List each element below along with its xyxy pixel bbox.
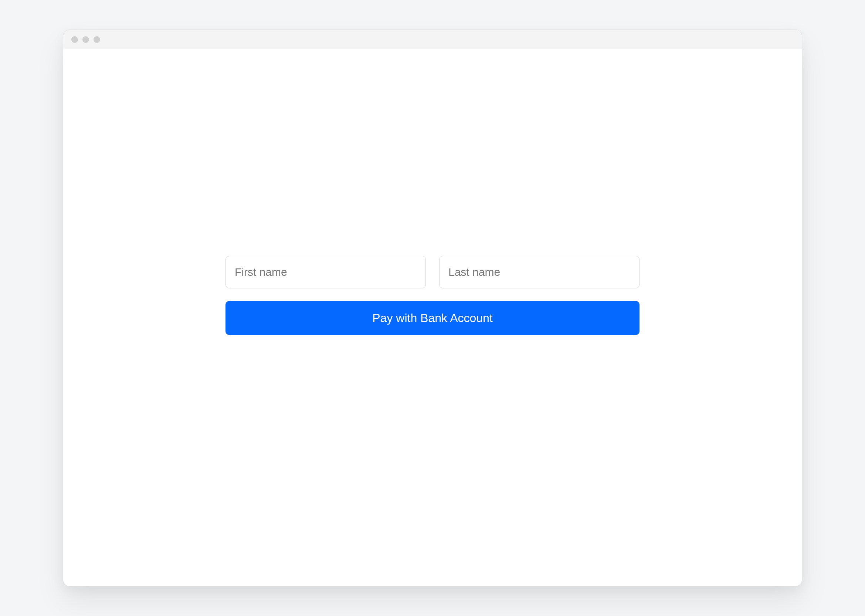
first-name-input[interactable] (226, 256, 426, 288)
pay-with-bank-button[interactable]: Pay with Bank Account (226, 301, 639, 335)
browser-window: Pay with Bank Account (63, 30, 802, 586)
payment-form: Pay with Bank Account (226, 256, 639, 335)
window-control-close-icon[interactable] (71, 36, 78, 43)
last-name-input[interactable] (439, 256, 639, 288)
browser-content: Pay with Bank Account (63, 49, 802, 586)
name-row (226, 256, 639, 288)
browser-titlebar (63, 30, 802, 49)
window-control-maximize-icon[interactable] (94, 36, 100, 43)
window-control-minimize-icon[interactable] (82, 36, 89, 43)
